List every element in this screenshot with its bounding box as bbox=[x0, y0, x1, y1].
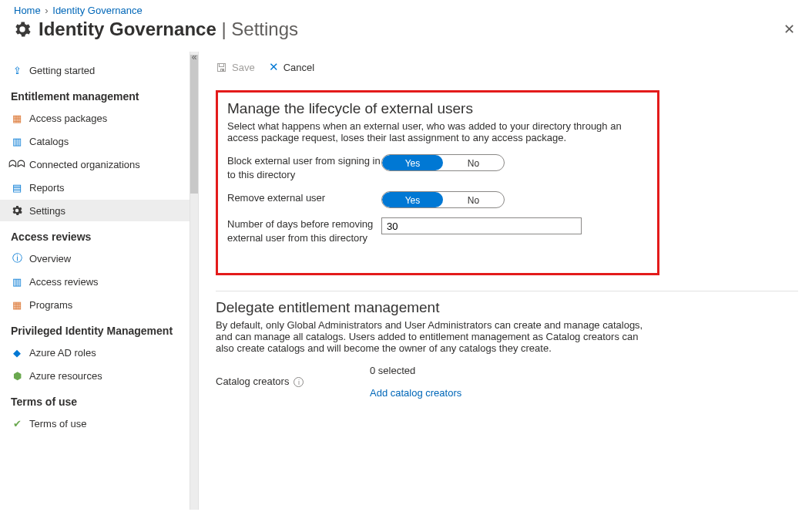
save-button[interactable]: 🖫 Save bbox=[216, 61, 255, 74]
sidebar-item-catalogs[interactable]: ▥ Catalogs bbox=[0, 130, 190, 152]
section-title-delegate: Delegate entitlement management bbox=[216, 299, 798, 316]
diamond-icon: ◆ bbox=[11, 346, 23, 359]
cancel-button[interactable]: ✕ Cancel bbox=[269, 60, 314, 74]
save-icon: 🖫 bbox=[216, 61, 227, 74]
reports-icon: ▤ bbox=[11, 181, 23, 194]
days-label: Number of days before removing external … bbox=[227, 217, 381, 245]
toolbar: 🖫 Save ✕ Cancel bbox=[202, 52, 812, 83]
save-label: Save bbox=[232, 62, 255, 73]
sidebar-item-connected-orgs[interactable]: ᗣᗣ Connected organizations bbox=[0, 153, 190, 175]
review-icon: ▥ bbox=[11, 275, 23, 288]
remove-user-toggle[interactable]: Yes No bbox=[381, 191, 505, 208]
toggle-no[interactable]: No bbox=[443, 192, 504, 207]
scrollbar-thumb[interactable] bbox=[190, 55, 198, 194]
breadcrumb-home[interactable]: Home bbox=[14, 5, 41, 16]
sidebar-item-reports[interactable]: ▤ Reports bbox=[0, 177, 190, 198]
sidebar-item-label: Access packages bbox=[29, 113, 107, 124]
sidebar-section-terms: Terms of use bbox=[0, 388, 190, 411]
sidebar-item-programs[interactable]: ▦ Programs bbox=[0, 294, 190, 315]
sidebar-item-access-reviews[interactable]: ▥ Access reviews bbox=[0, 271, 190, 292]
sidebar-item-settings[interactable]: Settings bbox=[0, 200, 190, 221]
block-signin-label: Block external user from signing in to t… bbox=[227, 154, 381, 182]
sidebar-item-label: Reports bbox=[29, 182, 65, 194]
gear-icon bbox=[14, 21, 31, 38]
check-icon: ✔ bbox=[11, 417, 23, 429]
sidebar-section-access-reviews: Access reviews bbox=[0, 223, 190, 246]
org-icon: ᗣᗣ bbox=[11, 158, 23, 170]
collapse-icon[interactable]: « bbox=[186, 52, 190, 62]
toggle-yes[interactable]: Yes bbox=[382, 155, 443, 170]
sidebar-item-label: Catalogs bbox=[29, 136, 69, 147]
catalog-icon: ▥ bbox=[11, 135, 23, 147]
cancel-label: Cancel bbox=[284, 62, 314, 73]
sidebar-section-entitlement: Entitlement management bbox=[0, 83, 190, 106]
sidebar-item-label: Getting started bbox=[29, 65, 95, 76]
close-icon[interactable]: ✕ bbox=[780, 18, 798, 41]
gear-icon bbox=[11, 204, 23, 217]
section-desc-delegate: By default, only Global Administrators a… bbox=[216, 319, 647, 354]
sidebar-item-label: Access reviews bbox=[29, 276, 99, 288]
section-title-lifecycle: Manage the lifecycle of external users bbox=[227, 100, 648, 117]
chevron-right-icon: › bbox=[45, 5, 48, 16]
info-icon: ⓘ bbox=[11, 252, 23, 264]
catalog-creators-selected: 0 selected bbox=[370, 365, 461, 376]
info-icon[interactable]: i bbox=[294, 377, 304, 387]
page-title: Identity Governance | Settings bbox=[39, 19, 298, 40]
block-signin-toggle[interactable]: Yes No bbox=[381, 154, 505, 171]
toggle-yes[interactable]: Yes bbox=[382, 192, 443, 207]
sidebar-item-label: Terms of use bbox=[29, 418, 86, 429]
toggle-no[interactable]: No bbox=[443, 155, 504, 170]
sidebar-item-terms-of-use[interactable]: ✔ Terms of use bbox=[0, 413, 190, 434]
rocket-icon: ⇪ bbox=[11, 64, 23, 76]
page-subtitle: Settings bbox=[231, 19, 298, 39]
sidebar-section-pim: Privileged Identity Management bbox=[0, 317, 190, 340]
programs-icon: ▦ bbox=[11, 298, 23, 311]
remove-user-label: Remove external user bbox=[227, 191, 381, 205]
sidebar-item-access-packages[interactable]: ▦ Access packages bbox=[0, 107, 190, 129]
sidebar: « ⇪ Getting started Entitlement manageme… bbox=[0, 52, 190, 510]
days-input[interactable] bbox=[381, 217, 582, 234]
main-content: 🖫 Save ✕ Cancel Manage the lifecycle of … bbox=[202, 52, 812, 510]
sidebar-item-overview[interactable]: ⓘ Overview bbox=[0, 248, 190, 269]
sidebar-item-label: Azure resources bbox=[29, 370, 102, 382]
catalog-creators-label: Catalog creators i bbox=[216, 375, 370, 389]
sidebar-item-getting-started[interactable]: ⇪ Getting started bbox=[0, 59, 190, 81]
sidebar-item-azure-resources[interactable]: ⬢ Azure resources bbox=[0, 365, 190, 386]
package-icon: ▦ bbox=[11, 112, 23, 124]
sidebar-item-label: Connected organizations bbox=[29, 159, 140, 170]
page-header: Identity Governance | Settings ✕ bbox=[0, 16, 812, 52]
sidebar-item-azure-ad-roles[interactable]: ◆ Azure AD roles bbox=[0, 342, 190, 363]
cancel-icon: ✕ bbox=[269, 60, 279, 74]
sidebar-scrollbar[interactable] bbox=[190, 52, 199, 510]
breadcrumb: Home › Identity Governance bbox=[0, 0, 812, 16]
sidebar-item-label: Azure AD roles bbox=[29, 347, 96, 359]
lifecycle-section-highlight: Manage the lifecycle of external users S… bbox=[216, 90, 659, 275]
sidebar-item-label: Overview bbox=[29, 253, 71, 264]
sidebar-item-label: Settings bbox=[29, 205, 65, 217]
resources-icon: ⬢ bbox=[11, 369, 23, 382]
add-catalog-creators-link[interactable]: Add catalog creators bbox=[370, 387, 461, 399]
breadcrumb-current[interactable]: Identity Governance bbox=[52, 5, 142, 16]
section-desc-lifecycle: Select what happens when an external use… bbox=[227, 120, 648, 143]
sidebar-item-label: Programs bbox=[29, 299, 72, 311]
